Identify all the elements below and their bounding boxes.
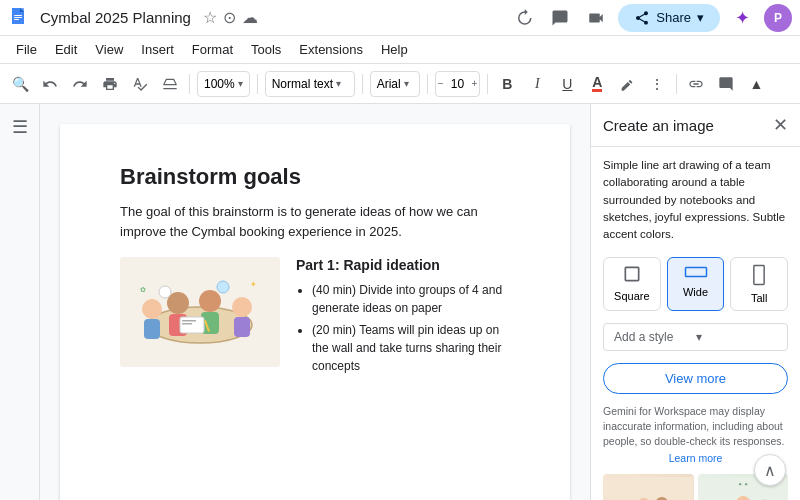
scroll-to-top-button[interactable]: ∧: [754, 454, 786, 486]
undo-btn[interactable]: [36, 70, 64, 98]
history-icon[interactable]: [510, 4, 538, 32]
svg-rect-16: [182, 320, 196, 322]
toolbar-separator-3: [362, 74, 363, 94]
menu-edit[interactable]: Edit: [47, 39, 85, 60]
italic-btn[interactable]: I: [523, 70, 551, 98]
menu-view[interactable]: View: [87, 39, 131, 60]
thumbnail-1[interactable]: [603, 474, 694, 500]
menu-extensions[interactable]: Extensions: [291, 39, 371, 60]
menu-file[interactable]: File: [8, 39, 45, 60]
bold-btn[interactable]: B: [493, 70, 521, 98]
svg-point-20: [217, 281, 229, 293]
document-heading: Brainstorm goals: [120, 164, 510, 190]
underline-btn[interactable]: U: [553, 70, 581, 98]
video-icon[interactable]: [582, 4, 610, 32]
font-size-decrease[interactable]: −: [436, 76, 446, 91]
svg-rect-15: [180, 317, 204, 333]
svg-text:✦ ✦: ✦ ✦: [738, 481, 748, 487]
shape-wide-label: Wide: [683, 286, 708, 298]
toolbar: 🔍 100% ▾ Normal text ▾ Arial ▾ − 10 + B …: [0, 64, 800, 104]
svg-rect-23: [625, 268, 638, 281]
shape-square-icon: [622, 264, 642, 286]
menu-format[interactable]: Format: [184, 39, 241, 60]
svg-rect-17: [182, 323, 192, 325]
star-icon[interactable]: ☆: [203, 8, 217, 27]
shape-tall-icon: [751, 264, 767, 288]
view-more-button[interactable]: View more: [603, 363, 788, 394]
shape-tall[interactable]: Tall: [730, 257, 788, 311]
team-illustration-svg: ✦ ✿: [120, 257, 280, 367]
share-button[interactable]: Share ▾: [618, 4, 720, 32]
font-size-value[interactable]: 10: [446, 75, 470, 93]
svg-point-7: [142, 299, 162, 319]
top-bar: Cymbal 2025 Planning ☆ ⊙ ☁ Share ▾ ✦ P: [0, 0, 800, 36]
expand-toolbar-btn[interactable]: ▲: [742, 70, 770, 98]
search-toolbar-btn[interactable]: 🔍: [6, 70, 34, 98]
toolbar-separator-4: [427, 74, 428, 94]
top-right-actions: Share ▾ ✦ P: [510, 4, 792, 32]
shape-tall-label: Tall: [751, 292, 768, 304]
left-sidebar: ☰: [0, 104, 40, 500]
right-panel-title: Create an image: [603, 117, 773, 134]
document-content-row: ✦ ✿ Part 1: Rapid ideation (40 min) Divi…: [120, 257, 510, 379]
user-avatar[interactable]: P: [764, 4, 792, 32]
svg-point-11: [199, 290, 221, 312]
share-label: Share: [656, 10, 691, 25]
menu-insert[interactable]: Insert: [133, 39, 182, 60]
svg-rect-14: [234, 317, 250, 337]
doc-icon: [8, 6, 32, 30]
svg-rect-8: [144, 319, 160, 339]
menu-tools[interactable]: Tools: [243, 39, 289, 60]
right-panel: Create an image ✕ Simple line art drawin…: [590, 104, 800, 500]
highlight-btn[interactable]: [613, 70, 641, 98]
style-placeholder: Add a style: [614, 330, 696, 344]
document-right-content: Part 1: Rapid ideation (40 min) Divide i…: [296, 257, 510, 379]
svg-rect-26: [603, 477, 694, 500]
share-chevron: ▾: [697, 10, 704, 25]
svg-point-13: [232, 297, 252, 317]
shape-wide-icon: [684, 264, 708, 282]
redo-btn[interactable]: [66, 70, 94, 98]
shape-square[interactable]: Square: [603, 257, 661, 311]
hamburger-menu-icon[interactable]: ☰: [8, 112, 32, 142]
svg-rect-24: [685, 268, 706, 277]
shape-options: Square Wide Tall: [603, 257, 788, 311]
document-illustration: ✦ ✿: [120, 257, 280, 367]
more-formatting-btn[interactable]: ⋮: [643, 70, 671, 98]
section-title: Part 1: Rapid ideation: [296, 257, 510, 273]
paint-format-btn[interactable]: [156, 70, 184, 98]
right-panel-body: Simple line art drawing of a team collab…: [591, 147, 800, 500]
bullet-item-1: (40 min) Divide into groups of 4 and gen…: [312, 281, 510, 317]
menu-bar: File Edit View Insert Format Tools Exten…: [0, 36, 800, 64]
paragraph-style-selector[interactable]: Normal text ▾: [265, 71, 355, 97]
insert-link-btn[interactable]: [682, 70, 710, 98]
gemini-icon[interactable]: ✦: [728, 4, 756, 32]
document-page: Brainstorm goals The goal of this brains…: [60, 124, 570, 500]
print-btn[interactable]: [96, 70, 124, 98]
svg-rect-25: [754, 266, 764, 285]
right-panel-close-btn[interactable]: ✕: [773, 114, 788, 136]
svg-rect-4: [14, 19, 19, 20]
document-intro: The goal of this brainstorm is to genera…: [120, 202, 510, 241]
shape-wide[interactable]: Wide: [667, 257, 725, 311]
font-color-btn[interactable]: A: [583, 70, 611, 98]
shape-square-label: Square: [614, 290, 649, 302]
svg-point-19: [159, 286, 171, 298]
cloud-icon[interactable]: ☁: [242, 8, 258, 27]
zoom-selector[interactable]: 100% ▾: [197, 71, 250, 97]
font-selector[interactable]: Arial ▾: [370, 71, 420, 97]
document-area: Brainstorm goals The goal of this brains…: [40, 104, 590, 500]
svg-rect-3: [14, 17, 22, 18]
drive-icon[interactable]: ⊙: [223, 8, 236, 27]
svg-rect-2: [14, 15, 22, 16]
style-dropdown[interactable]: Add a style ▾: [603, 323, 788, 351]
document-title: Cymbal 2025 Planning: [40, 9, 191, 26]
svg-text:✿: ✿: [140, 286, 146, 293]
font-size-increase[interactable]: +: [470, 76, 480, 91]
insert-comment-btn[interactable]: [712, 70, 740, 98]
title-icons: ☆ ⊙ ☁: [203, 8, 258, 27]
menu-help[interactable]: Help: [373, 39, 416, 60]
spellcheck-btn[interactable]: [126, 70, 154, 98]
toolbar-separator-6: [676, 74, 677, 94]
chat-icon[interactable]: [546, 4, 574, 32]
